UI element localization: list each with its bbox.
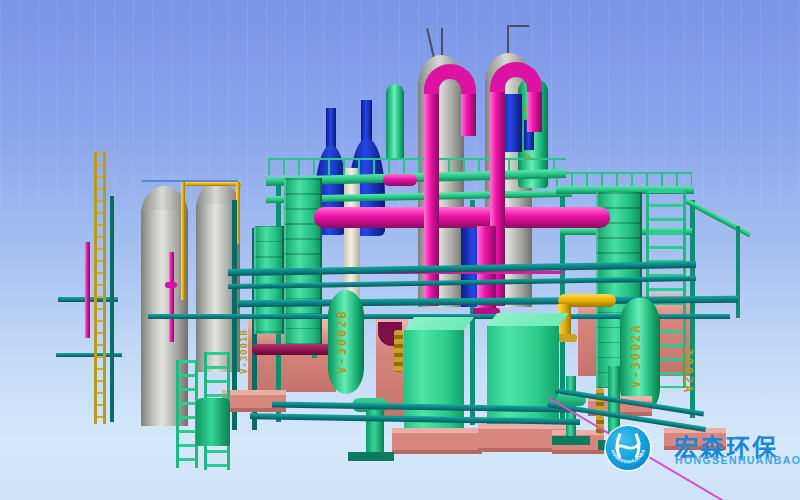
maroon-pipe <box>252 344 340 355</box>
green-drum-small <box>386 84 404 160</box>
equipment-tag-v3002b: V-3002B <box>336 296 348 388</box>
gold-valve-cluster-center <box>394 330 403 372</box>
structure-post-8 <box>736 226 740 318</box>
plate-hx-left <box>284 178 322 346</box>
pedestal-box-1 <box>392 428 482 454</box>
blue-chimney-1 <box>326 108 336 150</box>
magenta-pipe-branch <box>383 174 417 186</box>
yellow-pipe-tank-header <box>181 182 241 186</box>
ladder-tower-bottom-left-1 <box>176 360 198 468</box>
pump-left-body <box>196 398 230 446</box>
vent-stack-b-arm <box>507 25 529 27</box>
logo-mark: HONGSENHUANBAO <box>604 424 652 472</box>
equipment-tag-v3002a: V-3002A <box>630 304 642 408</box>
logo-company-name-en: HONGSENHUANBAO <box>675 454 800 466</box>
magenta-valve-stack <box>169 252 174 342</box>
teal-post-far-left <box>110 196 114 422</box>
magenta-pipe-main-header <box>314 207 610 228</box>
yellow-pipe-tank-riser <box>181 182 185 300</box>
box-tank-2-top <box>487 313 569 326</box>
equipment-tag-v3001b: V-3001B <box>240 316 249 388</box>
gold-frame-tower <box>94 152 106 424</box>
box-tank-1-top <box>404 317 474 330</box>
3d-model-viewport[interactable]: V-3004 V-3002B V-3002A -3002A V-30 <box>0 0 800 500</box>
logo: HONGSENHUANBAO 宏森环保 HONGSENHUANBAO <box>604 422 794 482</box>
magenta-valve-wheel <box>165 282 177 288</box>
magenta-riser-left <box>85 242 90 338</box>
magenta-riser-b-tail <box>527 92 542 132</box>
magenta-riser-a <box>424 94 439 306</box>
blue-chimney-2 <box>361 100 372 142</box>
pump-center-base <box>348 452 394 461</box>
pump-right-base <box>552 436 590 445</box>
magenta-riser-a-tail <box>461 94 476 136</box>
